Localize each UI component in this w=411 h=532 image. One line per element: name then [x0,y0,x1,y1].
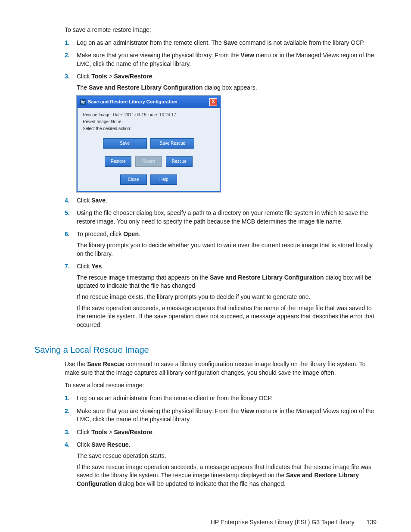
step-after-p3: If the save operation succeeds, a messag… [77,304,377,330]
restore-button[interactable]: Restore [105,156,131,167]
page-footer: HP Enterprise Systems Library (ESL) G3 T… [34,518,377,527]
step-text: Click Tools > Save/Restore. [77,429,154,436]
intro-remote: To save a remote restore image: [65,26,377,34]
step-2: 2. Make sure that you are viewing the ph… [65,51,377,68]
intro-local: To save a local rescue image: [65,381,377,390]
step-text: Make sure that you are viewing the physi… [77,52,374,67]
step-after-p2: If no rescue image exists, the library p… [77,293,377,302]
step-num: 3. [65,428,70,437]
step-text: Click Tools > Save/Restore. [77,73,154,80]
dialog-button-row-1: Save Save Rescue [83,137,215,150]
step-after-p2: If the save rescue image operation succe… [77,463,377,488]
step-num: 6. [65,230,70,239]
step-num: 1. [65,394,70,403]
hp-logo-icon: hp [80,99,86,105]
save-restore-dialog: hpSave and Restore Library Configuration… [77,96,221,192]
revert-button: Revert [135,156,162,167]
dialog-title-text: hpSave and Restore Library Configuration [80,99,177,105]
steps-local: 1. Log on as an administrator from the r… [34,394,377,488]
step-num: 4. [65,196,70,205]
step-1: 1. Log on as an administrator from the r… [65,394,377,403]
step-text: Log on as an administrator from the remo… [77,395,273,401]
save-button[interactable]: Save [103,138,147,149]
dialog-info: Rescue Image: Date: 2011-03-15 Time: 10.… [83,112,215,132]
step-after-p1: The rescue image timestamp that appears … [77,274,377,290]
step-text: To proceed, click Open. [77,230,140,237]
help-button[interactable]: Help [150,174,177,185]
step-6: 6. To proceed, click Open. The library p… [65,230,377,258]
step-1: 1. Log on as an administrator from the r… [65,39,377,47]
dialog-button-row-3: Close Help [83,173,215,186]
step-text: Click Yes. [77,263,103,270]
rescue-image-line: Rescue Image: Date: 2011-03-15 Time: 10.… [83,112,215,118]
step-text: Log on as an administrator from the remo… [77,39,365,46]
step-num: 2. [65,51,70,60]
close-button[interactable]: Close [120,174,147,185]
rescue-button[interactable]: Rescue [166,156,193,167]
revert-image-line: Revert Image: None. [83,119,215,125]
step-4: 4. Click Save Rescue. The save rescue op… [65,441,377,488]
step-text: Click Save. [77,197,107,204]
step-4: 4. Click Save. [65,196,377,205]
step-3: 3. Click Tools > Save/Restore. [65,428,377,437]
step-num: 1. [65,39,70,47]
step-num: 4. [65,441,70,449]
close-icon[interactable]: X [209,98,217,106]
step-num: 7. [65,262,70,271]
step-text: Make sure that you are viewing the physi… [77,408,374,423]
section2-intro: Use the Save Rescue command to save a li… [65,360,377,377]
step-3: 3. Click Tools > Save/Restore. The Save … [65,72,377,192]
footer-text: HP Enterprise Systems Library (ESL) G3 T… [211,519,355,526]
dialog-body: Rescue Image: Date: 2011-03-15 Time: 10.… [78,108,220,191]
step-text: Using the file chooser dialog box, speci… [77,209,368,225]
page-number: 139 [367,519,377,526]
steps-remote: 1. Log on as an administrator from the r… [34,39,377,330]
dialog-button-row-2: Restore Revert Rescue [83,155,215,168]
save-rescue-button[interactable]: Save Rescue [150,138,194,149]
step-num: 3. [65,72,70,81]
dialog-titlebar: hpSave and Restore Library Configuration… [78,96,220,108]
step-5: 5. Using the file chooser dialog box, sp… [65,209,377,226]
step-text: Click Save Rescue. [77,441,131,448]
step-7: 7. Click Yes. The rescue image timestamp… [65,262,377,329]
step-after: The library prompts you to decide whethe… [77,241,377,258]
step-after-p1: The save rescue operation starts. [77,452,377,460]
step-2: 2. Make sure that you are viewing the ph… [65,407,377,424]
step-num: 2. [65,407,70,416]
section-heading-local-rescue: Saving a Local Rescue Image [34,344,377,356]
step-after: The Save and Restore Library Configurati… [77,84,377,92]
step-num: 5. [65,209,70,218]
select-action-line: Select the desired action: [83,126,215,132]
